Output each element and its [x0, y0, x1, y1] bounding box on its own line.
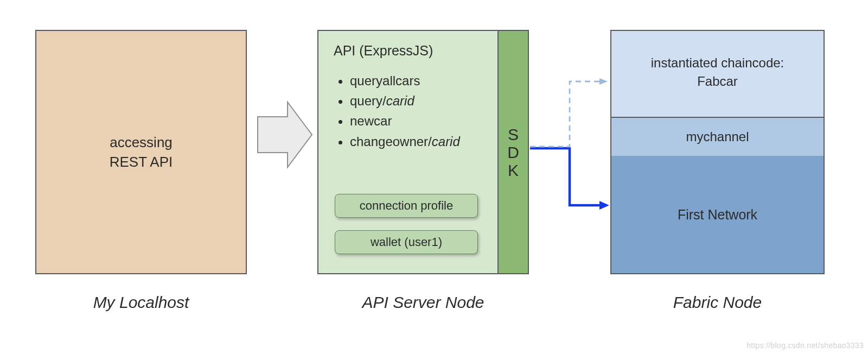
api-inner: API (ExpressJS) queryallcars query/carid…: [318, 31, 497, 273]
api-server-box: API (ExpressJS) queryallcars query/carid…: [317, 30, 529, 274]
endpoint-query: query/carid: [350, 91, 486, 111]
localhost-text: accessing REST API: [36, 133, 246, 172]
fabric-node-box: instantiated chaincode: Fabcar mychannel…: [610, 30, 825, 274]
dashed-arrow-icon: [530, 78, 608, 147]
sdk-s: S: [508, 125, 519, 143]
sdk-k: K: [508, 161, 519, 179]
sdk-strip: S D K: [497, 31, 528, 273]
solid-arrow-icon: [530, 148, 609, 210]
endpoint-query-param: carid: [386, 93, 414, 108]
localhost-line1: accessing: [110, 134, 173, 150]
my-localhost-box: accessing REST API: [35, 30, 247, 274]
endpoint-queryallcars: queryallcars: [350, 71, 486, 91]
endpoint-query-prefix: query/: [350, 93, 386, 108]
connection-profile-pill: connection profile: [335, 194, 478, 218]
api-title: API (ExpressJS): [334, 43, 486, 59]
caption-api-server: API Server Node: [317, 293, 529, 312]
chaincode-line2: Fabcar: [697, 74, 738, 89]
endpoint-changeowner-prefix: changeowner/: [350, 134, 432, 149]
big-arrow-icon: [258, 102, 312, 167]
api-endpoint-list: queryallcars query/carid newcar changeow…: [350, 71, 486, 152]
caption-fabric-node: Fabric Node: [610, 293, 825, 312]
endpoint-changeowner: changeowner/carid: [350, 131, 486, 152]
channel-layer: mychannel: [611, 118, 824, 157]
endpoint-changeowner-param: carid: [432, 134, 460, 149]
sdk-d: D: [507, 143, 519, 161]
chaincode-line1: instantiated chaincode:: [651, 55, 784, 70]
watermark-text: https://blog.csdn.net/shebao3333: [746, 341, 864, 350]
sdk-label: S D K: [499, 125, 528, 179]
caption-localhost: My Localhost: [35, 293, 247, 312]
network-layer: First Network: [611, 156, 824, 273]
svg-marker-0: [599, 201, 609, 210]
wallet-pill: wallet (user1): [335, 230, 478, 254]
svg-marker-1: [599, 78, 608, 85]
endpoint-newcar: newcar: [350, 111, 486, 131]
chaincode-layer: instantiated chaincode: Fabcar: [611, 31, 824, 118]
localhost-line2: REST API: [110, 154, 173, 170]
